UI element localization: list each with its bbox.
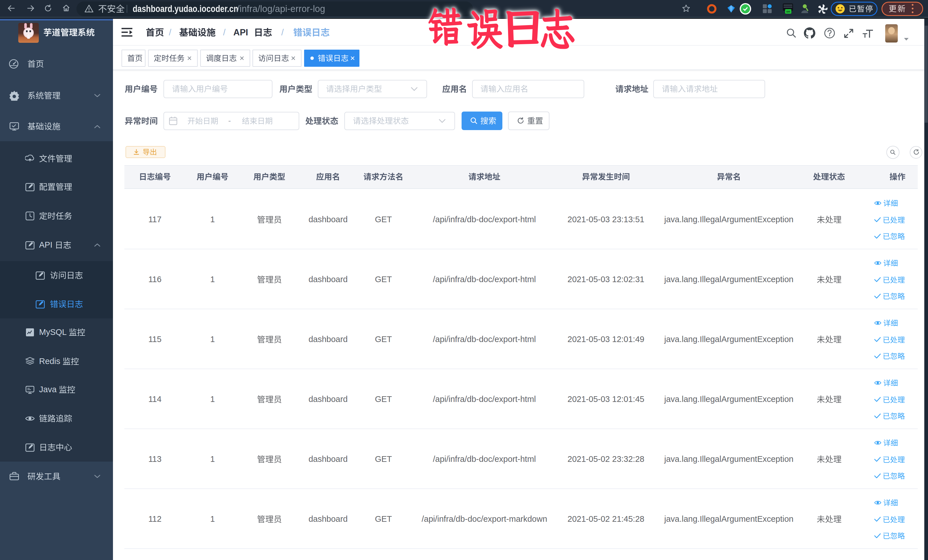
svg-text:on: on (786, 10, 790, 13)
